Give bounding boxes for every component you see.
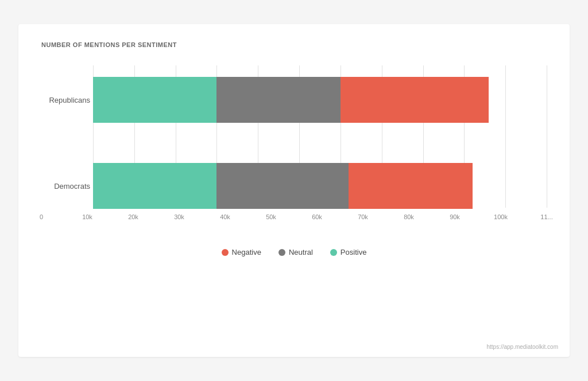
chart-area: RepublicansDemocrats <box>41 65 547 209</box>
legend: NegativeNeutralPositive <box>41 248 547 256</box>
x-label: 11... <box>540 213 552 220</box>
legend-item-neutral: Neutral <box>278 248 313 256</box>
bar-row-republicans: Republicans <box>93 77 547 123</box>
url-label: https://app.mediatoolkit.com <box>486 344 558 350</box>
x-label: 90k <box>450 213 460 220</box>
x-label: 80k <box>404 213 414 220</box>
bar-label-republicans: Republicans <box>41 96 90 104</box>
bar-row-democrats: Democrats <box>93 163 547 209</box>
bar-negative <box>349 163 472 209</box>
legend-item-positive: Positive <box>330 248 367 256</box>
x-label: 60k <box>312 213 322 220</box>
bar-neutral <box>216 163 349 209</box>
bar-neutral <box>216 77 340 123</box>
x-label: 40k <box>220 213 230 220</box>
legend-item-negative: Negative <box>222 248 261 256</box>
legend-label-negative: Negative <box>232 248 261 256</box>
x-label: 100k <box>494 213 508 220</box>
chart-title: NUMBER OF MENTIONS PER SENTIMENT <box>41 41 547 48</box>
x-label: 30k <box>174 213 184 220</box>
x-label: 70k <box>358 213 368 220</box>
legend-dot-negative <box>222 249 229 256</box>
legend-dot-positive <box>330 249 337 256</box>
legend-label-neutral: Neutral <box>289 248 313 256</box>
x-label: 0 <box>40 213 43 220</box>
x-axis: 010k20k30k40k50k60k70k80k90k100k11... <box>41 213 547 225</box>
chart-container: NUMBER OF MENTIONS PER SENTIMENT Republi… <box>18 24 570 357</box>
bar-positive <box>93 163 216 209</box>
legend-label-positive: Positive <box>341 248 367 256</box>
chart-inner: RepublicansDemocrats 010k20k30k40k50k60k… <box>41 65 547 225</box>
bar-group-republicans <box>93 77 547 123</box>
x-label: 50k <box>266 213 276 220</box>
legend-dot-neutral <box>278 249 285 256</box>
bar-negative <box>341 77 489 123</box>
bar-positive <box>93 77 216 123</box>
bar-label-democrats: Democrats <box>41 182 90 190</box>
bar-group-democrats <box>93 163 547 209</box>
x-label: 10k <box>82 213 92 220</box>
x-label: 20k <box>128 213 138 220</box>
